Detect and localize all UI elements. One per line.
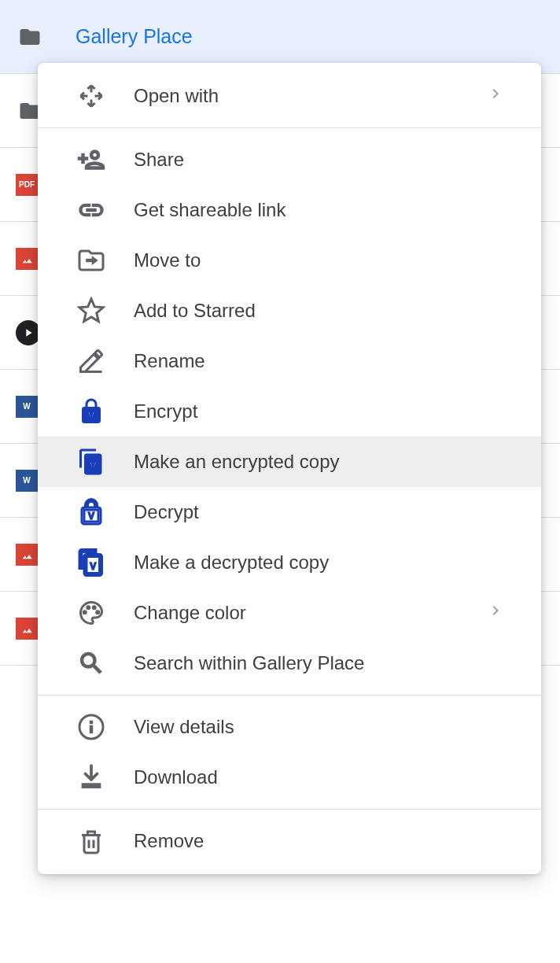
- word-icon: W: [16, 396, 38, 418]
- svg-point-5: [83, 611, 87, 614]
- menu-move-to[interactable]: Move to: [38, 235, 541, 286]
- folder-icon: [16, 25, 44, 49]
- svg-point-8: [96, 611, 100, 614]
- svg-point-7: [93, 606, 97, 610]
- image-icon: [16, 248, 38, 270]
- menu-add-star[interactable]: Add to Starred: [38, 286, 541, 336]
- menu-label: Download: [134, 766, 505, 788]
- menu-label: Get shareable link: [134, 199, 505, 221]
- svg-point-6: [87, 606, 90, 610]
- menu-make-encrypted-copy[interactable]: V Make an encrypted copy: [38, 437, 541, 487]
- menu-label: Decrypt: [134, 501, 505, 523]
- star-outline-icon: [77, 297, 105, 325]
- folder-name: Gallery Place: [76, 25, 193, 48]
- menu-divider: [38, 809, 541, 810]
- info-icon: [77, 713, 105, 741]
- menu-label: Make an encrypted copy: [134, 451, 505, 473]
- svg-text:V: V: [88, 511, 94, 522]
- menu-download[interactable]: Download: [38, 752, 541, 802]
- unlock-icon: V: [77, 498, 105, 526]
- search-icon: [77, 649, 105, 677]
- menu-label: View details: [134, 716, 505, 738]
- menu-label: Remove: [134, 830, 505, 852]
- context-menu: Open with Share Get shareable link Move …: [38, 63, 541, 874]
- menu-change-color[interactable]: Change color: [38, 588, 541, 638]
- edit-icon: [77, 347, 105, 375]
- menu-label: Add to Starred: [134, 300, 505, 322]
- menu-label: Move to: [134, 249, 505, 271]
- menu-share[interactable]: Share: [38, 135, 541, 185]
- svg-text:V: V: [87, 409, 94, 421]
- menu-view-details[interactable]: View details: [38, 702, 541, 752]
- menu-divider: [38, 695, 541, 696]
- image-icon: [16, 544, 38, 566]
- move-to-folder-icon: [77, 246, 105, 275]
- image-icon: [16, 618, 38, 640]
- menu-search-within[interactable]: Search within Gallery Place: [38, 638, 541, 688]
- lock-icon: V: [77, 397, 105, 426]
- menu-get-link[interactable]: Get shareable link: [38, 185, 541, 235]
- svg-text:V: V: [90, 561, 96, 572]
- open-with-icon: [77, 82, 105, 110]
- menu-label: Open with: [134, 85, 458, 107]
- menu-open-with[interactable]: Open with: [38, 71, 541, 121]
- person-add-icon: [77, 146, 105, 174]
- download-icon: [77, 763, 105, 791]
- menu-label: Search within Gallery Place: [134, 652, 505, 674]
- menu-label: Encrypt: [134, 400, 505, 422]
- trash-icon: [77, 827, 105, 855]
- menu-label: Make a decrypted copy: [134, 552, 505, 574]
- menu-label: Share: [134, 149, 505, 171]
- menu-label: Rename: [134, 350, 505, 372]
- menu-decrypt[interactable]: V Decrypt: [38, 487, 541, 537]
- copy-lock-icon: V: [77, 448, 105, 476]
- menu-rename[interactable]: Rename: [38, 336, 541, 386]
- menu-remove[interactable]: Remove: [38, 816, 541, 866]
- chevron-right-icon: [486, 601, 505, 625]
- word-icon: W: [16, 470, 38, 492]
- link-icon: [77, 196, 105, 224]
- copy-unlock-icon: V: [77, 548, 105, 577]
- menu-encrypt[interactable]: V Encrypt: [38, 386, 541, 437]
- svg-text:V: V: [90, 459, 97, 471]
- menu-label: Change color: [134, 602, 458, 624]
- palette-icon: [77, 599, 105, 627]
- menu-make-decrypted-copy[interactable]: V Make a decrypted copy: [38, 537, 541, 588]
- chevron-right-icon: [486, 84, 505, 108]
- menu-divider: [38, 127, 541, 128]
- pdf-icon: PDF: [16, 174, 38, 196]
